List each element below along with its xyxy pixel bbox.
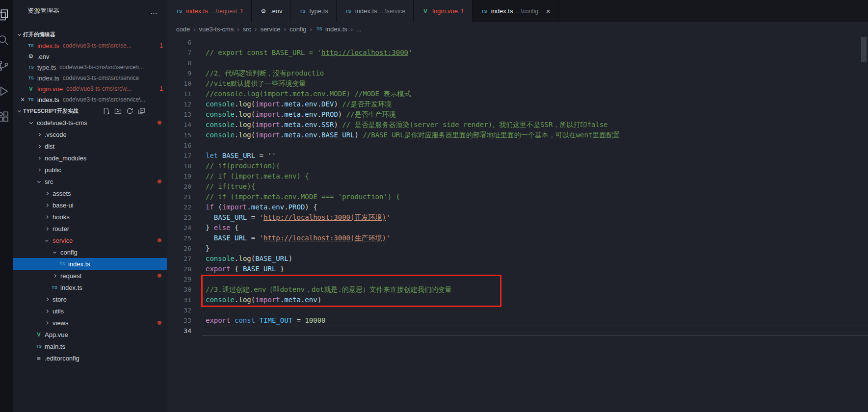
chevron-right-icon: › <box>284 26 286 33</box>
code-token: //是否开发环境 <box>342 100 392 108</box>
breadcrumb-item-index.ts[interactable]: TSindex.ts <box>316 26 347 33</box>
source-control-icon[interactable] <box>0 53 13 78</box>
code-token: //vite默认提供了一些环境变量 <box>206 79 306 87</box>
code-line: 16 <box>167 140 868 151</box>
breadcrumb-item-...[interactable]: ... <box>356 26 362 33</box>
open-editor-item[interactable]: TStype.tscode\vue3-ts-cms\src\service\r.… <box>13 62 167 73</box>
tree-item-request[interactable]: request <box>13 270 167 282</box>
code-line: 8 <box>167 58 868 68</box>
tree-item-assets[interactable]: assets <box>13 187 167 199</box>
tree-item-.vscode[interactable]: .vscode <box>13 129 167 140</box>
close-icon[interactable]: × <box>546 7 551 15</box>
code-token: // if (import.meta.env.MODE === 'product… <box>206 193 400 201</box>
code-token: . <box>280 296 284 304</box>
code-token: ) <box>334 100 342 108</box>
tree-item-index.ts[interactable]: TSindex.ts <box>13 282 167 293</box>
line-number: 6 <box>167 37 202 48</box>
code-token: //console.log(import.meta.env.MODE) //MO… <box>206 90 411 98</box>
project-header[interactable]: TYPESCRIPT开发实战 <box>13 105 167 117</box>
file-name: type.ts <box>37 64 56 71</box>
tree-item-config[interactable]: config <box>13 246 167 258</box>
tree-item-label: code\vue3-ts-cms <box>37 119 87 127</box>
typescript-file-icon: TS <box>35 344 43 349</box>
tree-item-index.ts[interactable]: TSindex.ts <box>13 258 167 270</box>
tree-item-src[interactable]: src <box>13 176 167 187</box>
breadcrumb-label: ... <box>356 26 362 33</box>
open-editor-item[interactable]: TSindex.tscode\vue3-ts-cms\src\service <box>13 73 167 83</box>
tab-index.ts[interactable]: TSindex.ts...\service <box>337 0 414 22</box>
code-line: 31console.log(import.meta.env) <box>167 295 868 305</box>
line-content: if (import.meta.env.PROD) { <box>202 202 868 212</box>
code-token: meta <box>251 203 268 211</box>
code-line: 24} else { <box>167 223 868 233</box>
refresh-icon[interactable] <box>126 107 133 115</box>
chevron-right-icon <box>35 133 43 136</box>
file-path: code\vue3-ts-cms\src\service\... <box>63 96 146 103</box>
tab-label: index.ts <box>186 7 208 15</box>
open-editors-header[interactable]: 打开的编辑器 <box>13 28 167 40</box>
code-token: log <box>238 296 251 304</box>
open-editor-item[interactable]: ×TSindex.tscode\vue3-ts-cms\src\service\… <box>13 94 167 105</box>
code-token: http://localhost:3000 <box>321 49 408 56</box>
collapse-all-icon[interactable] <box>138 107 145 115</box>
typescript-file-icon: TS <box>27 76 35 80</box>
search-icon[interactable] <box>0 27 13 53</box>
breadcrumb-item-code[interactable]: code <box>176 26 190 33</box>
open-editor-item[interactable]: TSindex.tscode\vue3-ts-cms\src\se...1 <box>13 40 167 51</box>
code-line: 25 BASE_URL = 'http://localhost:3000(生产环… <box>167 233 868 243</box>
code-lines: 67// export const BASE_URL = 'http://loc… <box>167 37 868 336</box>
tree-item-hooks[interactable]: hooks <box>13 211 167 223</box>
tree-item-store[interactable]: store <box>13 293 167 305</box>
tree-item-.editorconfig[interactable]: ≡.editorconfig <box>13 352 167 364</box>
code-token <box>218 152 222 159</box>
breadcrumb-item-service[interactable]: service <box>260 26 280 33</box>
code-token: else <box>214 224 231 232</box>
breadcrumb-item-vue3-ts-cms[interactable]: vue3-ts-cms <box>199 26 234 33</box>
code-token: env <box>305 110 317 118</box>
code-token: meta <box>284 131 301 139</box>
code-token: env <box>272 203 284 211</box>
new-file-icon[interactable] <box>103 107 110 115</box>
new-folder-icon[interactable] <box>114 107 122 115</box>
breadcrumb-item-config[interactable]: config <box>289 26 307 33</box>
tab-index.ts[interactable]: TSindex.ts...\request1 <box>167 0 252 22</box>
tree-item-base-ui[interactable]: base-ui <box>13 199 167 211</box>
tab-type.ts[interactable]: TStype.ts <box>290 0 336 22</box>
extensions-icon[interactable] <box>0 104 13 129</box>
line-number: 23 <box>167 212 202 223</box>
tree-item-views[interactable]: views <box>13 317 167 329</box>
open-editor-item[interactable]: ⚙.env <box>13 51 167 62</box>
tree-item-main.ts[interactable]: TSmain.ts <box>13 340 167 352</box>
tab-index.ts[interactable]: TSindex.ts...\config× <box>473 0 559 22</box>
code-line: 17let BASE_URL = '' <box>167 151 868 161</box>
scrollbar-thumb[interactable] <box>861 37 867 62</box>
tree-item-service[interactable]: service <box>13 234 167 246</box>
code-line: 13console.log(import.meta.env.PROD) //是否… <box>167 109 868 120</box>
file-path: code\vue3-ts-cms\src\se... <box>63 42 132 49</box>
files-icon[interactable] <box>0 2 13 27</box>
tree-item-router[interactable]: router <box>13 223 167 234</box>
more-actions-icon[interactable]: … <box>150 7 158 15</box>
tab-.env[interactable]: ⚙.env <box>252 0 291 22</box>
code-token: // export const BASE_URL = ' <box>206 49 321 56</box>
tree-item-code-vue3-ts-cms[interactable]: code\vue3-ts-cms <box>13 117 167 129</box>
tree-item-label: .editorconfig <box>45 355 79 362</box>
code-token: . <box>317 121 321 129</box>
run-debug-icon[interactable] <box>0 78 13 104</box>
tree-item-node-modules[interactable]: node_modules <box>13 152 167 164</box>
tab-login.vue[interactable]: Vlogin.vue1 <box>414 0 473 22</box>
tree-item-dist[interactable]: dist <box>13 140 167 152</box>
breadcrumb-item-src[interactable]: src <box>243 26 251 33</box>
code-token: let <box>206 152 218 159</box>
typescript-file-icon: TS <box>316 26 323 31</box>
code-line: 15console.log(import.meta.env.BASE_URL) … <box>167 130 868 140</box>
tree-item-public[interactable]: public <box>13 164 167 176</box>
tree-item-app.vue[interactable]: VApp.vue <box>13 329 167 340</box>
open-editor-item[interactable]: Vlogin.vuecode\vue3-ts-cms\src\v...1 <box>13 83 167 94</box>
close-icon[interactable]: × <box>18 95 27 104</box>
code-area[interactable]: 67// export const BASE_URL = 'http://loc… <box>167 36 868 412</box>
code-line: 34 <box>167 326 868 336</box>
tree-item-utils[interactable]: utils <box>13 305 167 317</box>
file-name: index.ts <box>37 42 59 50</box>
project-title: TYPESCRIPT开发实战 <box>23 107 79 115</box>
